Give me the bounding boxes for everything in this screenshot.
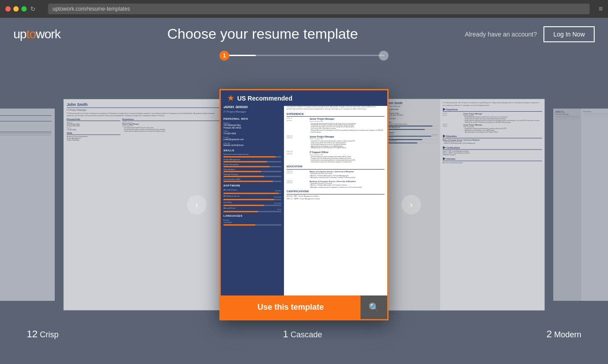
fr-title: IT Project Manager — [555, 113, 580, 115]
cascade-edu-2: 1996-09 -1999-06 Bachelor of Computer Sc… — [287, 180, 385, 189]
modern-skills-section: Skills — [386, 121, 438, 123]
modern-edu-label: Education — [446, 135, 457, 138]
modern-cert-icon: ▶ — [443, 146, 446, 150]
modern-phone: 774-363-4009 — [386, 118, 438, 120]
maximize-dot[interactable] — [21, 6, 27, 12]
fr-div4 — [584, 113, 608, 114]
fr-name: John S... — [555, 111, 580, 113]
crisp-number: 12 — [27, 328, 37, 340]
cascade-exp-2: 2004-09 -2006-12 Junior Project Manager … — [287, 135, 385, 150]
modern-skill1: Business Process Improvement — [386, 124, 438, 125]
modern-interests-label: Interests — [446, 158, 455, 160]
fr-div1 — [555, 116, 580, 117]
cascade-skills-list: Business Process Improvement Vendor Mana… — [223, 153, 281, 182]
app-container: uptowork Choose your resume template Alr… — [0, 18, 608, 364]
modern-title: IT Project Manager — [386, 105, 438, 107]
ms-sw-bar1 — [386, 136, 438, 137]
progress-bar-container: 1 — [0, 50, 608, 65]
reload-icon[interactable]: ↻ — [30, 5, 36, 12]
url-bar[interactable]: uptowork.com/resume-templates — [48, 4, 590, 14]
crisp-preview-far: John S... IT Project Manager EXPERIENCE … — [0, 109, 55, 301]
cascade-skills-section: Skills — [223, 149, 281, 153]
cascade-number: 1 — [283, 328, 288, 340]
far-left-name: John S... — [0, 112, 52, 116]
cascade-left-col: John Smith IT Project Manager Personal I… — [221, 90, 284, 319]
skill-ps: Project Scheduling — [223, 163, 281, 166]
m-exp2-content: Junior Project Manager Seton Hospital, M… — [463, 124, 507, 133]
edu2-dates: 1996-09 -1999-06 — [287, 180, 308, 189]
logo-up: up — [13, 27, 26, 41]
exp3-content: IT Support Officer Seton Hospital, ME • … — [309, 151, 385, 163]
edu2-content: Bachelor of Computer Science, University… — [309, 180, 385, 189]
skill-bpi: Business Process Improvement — [223, 153, 281, 155]
exp3-b4: • Successfully resolved over 200 issues … — [310, 162, 385, 163]
zoom-icon: 🔍 — [369, 302, 380, 313]
cascade-software-list: Microsoft Project Excellent MS Windows S… — [223, 189, 281, 212]
exp1-company: Seton Hospital, ME — [309, 121, 385, 123]
cascade-right-col: IT Professional with over 10 years of ex… — [284, 90, 387, 319]
cascade-languages-list: French Intermediate — [223, 219, 281, 226]
fr-exp-label: Experience — [584, 111, 608, 113]
sw-linux-level: Very Good — [223, 202, 281, 205]
cascade-exp-section-title: Experience — [287, 113, 385, 117]
fr-div3 — [555, 119, 580, 119]
cascade-phone-value: 774-987-4009 — [223, 133, 281, 135]
template-card-far-right[interactable]: John S... IT Project Manager Experience — [553, 109, 608, 301]
logo[interactable]: uptowork — [13, 27, 61, 41]
skill-sa: Sales Analysis — [223, 168, 281, 170]
crisp-two-col: Personal Info Address 134 Rightward WayP… — [67, 118, 221, 141]
ms-sw-bar3 — [386, 142, 438, 143]
crisp-phone: 774-987-4009 — [67, 129, 121, 131]
already-account-text: Already have an account? — [465, 31, 537, 38]
recommended-badge: ★ US Recommended — [221, 90, 387, 106]
zoom-button[interactable]: 🔍 — [361, 295, 387, 319]
modern-summary: IT Professional with over 10 years of ex… — [443, 101, 542, 106]
template-card-center[interactable]: ★ US Recommended John Smith IT Project M… — [219, 89, 389, 320]
template-label-modern: 2 Modern — [547, 328, 581, 340]
minimize-dot[interactable] — [13, 6, 19, 12]
carousel-next-button[interactable]: › — [401, 195, 421, 214]
cascade-linkedin-value: linkedin.com/in/johnsm — [223, 144, 281, 147]
modern-cert-label: Certifications — [446, 146, 460, 149]
cascade-software-section: Software — [223, 184, 281, 188]
logo-work: work — [36, 27, 61, 41]
url-text: uptowork.com/resume-templates — [53, 6, 130, 12]
far-left-title: IT Project Manager — [0, 117, 52, 119]
crisp-name: John Smith — [67, 102, 221, 108]
modern-interests-section: ▶ Interests — [443, 157, 542, 162]
lang-fr-level: Intermediate — [223, 222, 281, 224]
template-card-far-left[interactable]: John S... IT Project Manager EXPERIENCE … — [0, 109, 55, 301]
crisp-summary: IT Professional with over 10 years of ex… — [67, 113, 221, 117]
m-exp1-b4: • Reduced the costs of IT infrastructure… — [464, 121, 540, 123]
modern-software-section: Software — [386, 131, 438, 133]
crisp-bullet3: • Implemented the highly successful Lean… — [124, 130, 221, 132]
ms-bar2 — [386, 129, 438, 130]
modern-name-label: Modern — [554, 330, 581, 339]
header-right: Already have an account? Log In Now — [465, 26, 595, 42]
carousel-prev-button[interactable]: ‹ — [187, 195, 207, 214]
modern-right-content: IT Professional with over 10 years of ex… — [440, 99, 545, 311]
template-label-crisp: 12 Crisp — [27, 328, 59, 340]
browser-dots — [5, 6, 27, 12]
menu-icon[interactable]: ≡ — [599, 5, 603, 13]
cascade-exp-3: 2002-08 -2004-09 IT Support Officer Seto… — [287, 151, 385, 163]
modern-exp-icon: ▶ — [443, 108, 446, 112]
modern-personal-section: Personal Info — [386, 108, 438, 110]
close-dot[interactable] — [5, 6, 11, 12]
crisp-title: IT Project Manager — [67, 109, 221, 111]
carousel-container: ‹ John S... IT Project Manager EXPERIENC… — [0, 65, 608, 344]
star-icon: ★ — [227, 94, 234, 102]
use-template-button[interactable]: Use this template — [221, 295, 361, 319]
m-exp1-content: Senior Project Manager Seton Hospital, M… — [463, 113, 540, 123]
exp2-b5: • Managed project for lean training for … — [310, 147, 385, 149]
edu2-note3: • Managed a student project to organize … — [309, 186, 385, 189]
login-button[interactable]: Log In Now — [543, 26, 595, 42]
cert1: 2010-05 - PMP - Project Management Insti… — [287, 195, 385, 198]
modern-skill2: Vendor Management — [386, 127, 438, 129]
fr-div7 — [584, 117, 608, 117]
cascade-exp-1: 2006-12 -present Senior Project Manager … — [287, 117, 385, 133]
modern-exp-section: ▶ Experience — [443, 108, 542, 112]
crisp-skills-section: Skills — [67, 132, 121, 135]
modern-number: 2 — [547, 328, 552, 340]
edu1-dates: 1999-09 -2001-05 — [287, 170, 308, 179]
